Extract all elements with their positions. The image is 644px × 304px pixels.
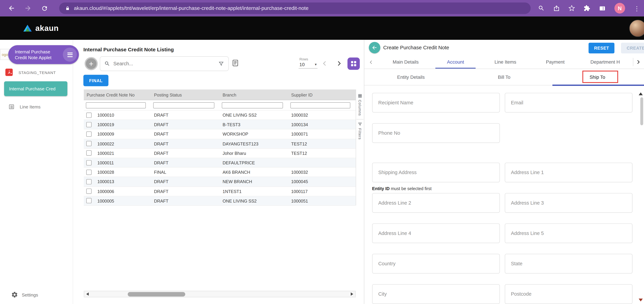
filter-input-supplier-id[interactable] [290, 102, 350, 108]
grid-view-icon[interactable] [348, 58, 360, 70]
scroll-left-icon[interactable] [86, 292, 89, 296]
hamburger-menu-icon[interactable] [63, 48, 77, 62]
table-row[interactable]: 1000019 DRAFT B-TEST3 1000134 [84, 120, 356, 130]
postcode-input[interactable] [505, 284, 632, 304]
table-row[interactable]: 1000021 DRAFT Johor Bharu TEST12 [84, 148, 356, 158]
table-row[interactable]: 1000022 DRAFT DAYANGTEST123 TEST12 [84, 139, 356, 149]
subtab-bill-to[interactable]: Bill To [458, 69, 551, 85]
bookmark-star-icon[interactable] [568, 5, 575, 12]
share-icon[interactable] [553, 5, 560, 12]
row-checkbox[interactable] [86, 160, 92, 165]
recipient-name-input[interactable] [372, 93, 500, 112]
table-row[interactable]: 1000006 DRAFT 1NTEST1 1000117 [84, 187, 356, 196]
filter-funnel-icon[interactable] [218, 60, 224, 67]
tab-line-items[interactable]: Line Items [480, 56, 530, 68]
table-row[interactable]: 1000028 FINAL AK6 BRANCH 1000032 [84, 168, 356, 177]
filter-input-branch[interactable] [222, 102, 283, 108]
row-checkbox[interactable] [86, 150, 92, 156]
column-header[interactable]: Posting Status [151, 92, 220, 97]
pagination-prev-icon[interactable] [321, 60, 328, 69]
row-checkbox[interactable] [86, 179, 92, 184]
sidebar-item-settings[interactable]: Settings [11, 291, 38, 298]
table-row[interactable]: 1000010 DRAFT ONE LIVING SS2 1000032 [84, 110, 356, 120]
profile-avatar[interactable]: N [614, 3, 625, 14]
module-button-internal-purchase-credit-note[interactable]: Internal Purchase Cred [4, 81, 67, 96]
row-checkbox[interactable] [86, 112, 92, 118]
sidebar-item-line-items[interactable]: Line Items [8, 104, 40, 110]
table-row[interactable]: 1000011 DRAFT DEFAULTPRICE [84, 158, 356, 168]
zoom-icon[interactable] [538, 5, 545, 12]
table-row[interactable]: 1000009 DRAFT WORKSHOP 1000071 [84, 130, 356, 139]
tabs-scroll-left-icon[interactable] [368, 59, 374, 66]
side-panel-icon[interactable] [599, 5, 606, 12]
row-checkbox[interactable] [86, 141, 92, 146]
horizontal-scrollbar[interactable] [84, 291, 356, 297]
filters-funnel-icon [358, 122, 362, 126]
filter-input-posting-status[interactable] [153, 102, 214, 108]
browser-back-icon[interactable] [7, 3, 16, 13]
country-input[interactable] [372, 254, 500, 273]
vertical-scrollbar-thumb[interactable] [640, 97, 643, 125]
state-input[interactable] [505, 254, 632, 273]
final-filter-button[interactable]: FINAL [84, 75, 108, 86]
row-checkbox[interactable] [86, 198, 92, 204]
address-line-3-input[interactable] [505, 194, 632, 212]
scroll-down-icon[interactable] [639, 298, 643, 302]
table-row[interactable]: 1000005 DRAFT ONE LIVING SS2 1000051 [84, 196, 356, 206]
copy-list-icon[interactable] [231, 59, 240, 68]
search-input[interactable] [114, 61, 218, 67]
scroll-right-icon[interactable] [351, 292, 353, 296]
rows-per-page-select[interactable]: Rows 10 ▾ [298, 57, 318, 68]
url-bar[interactable]: akaun.cloud/#/applets/tnt/wavelet/erp/in… [59, 2, 530, 14]
pagination-next-icon[interactable] [336, 60, 342, 69]
cell-supplier: 1000134 [288, 122, 356, 127]
extensions-puzzle-icon[interactable] [584, 5, 590, 12]
lock-icon [65, 6, 70, 11]
browser-reload-icon[interactable] [40, 3, 49, 13]
column-header[interactable]: Branch [220, 92, 288, 97]
cell-supplier: 1000051 [288, 198, 356, 203]
side-tab-filters[interactable]: Filters [358, 128, 362, 140]
column-header[interactable]: Purchase Credit Note No [84, 92, 151, 97]
rows-value: 10 [300, 62, 305, 67]
tabs-scroll-right-icon[interactable] [635, 59, 641, 66]
browser-menu-icon[interactable]: ⋮ [634, 5, 640, 11]
tab-payment[interactable]: Payment [530, 56, 580, 68]
table-row[interactable]: 1000013 DRAFT NEW BRANCH 1000045 [84, 177, 356, 187]
field-recipient-name [372, 93, 500, 112]
row-checkbox[interactable] [86, 122, 92, 127]
shipping-address-input[interactable] [372, 163, 500, 182]
address-line-1-input[interactable] [505, 163, 632, 182]
address-line-4-input[interactable] [372, 224, 500, 243]
applet-badge[interactable]: Internal Purchase Credit Note Applet [8, 45, 79, 64]
tenant-selector[interactable]: STAGING_TENANT [5, 68, 56, 76]
row-checkbox[interactable] [86, 170, 92, 175]
row-checkbox[interactable] [86, 188, 92, 194]
field-address-line-4 [372, 223, 500, 243]
column-header[interactable]: Supplier ID [288, 92, 356, 97]
scroll-up-icon[interactable] [639, 92, 643, 95]
side-tab-columns[interactable]: Columns [358, 100, 362, 116]
browser-forward-icon[interactable] [23, 3, 33, 13]
scrollbar-thumb[interactable] [128, 292, 185, 296]
create-button[interactable]: CREATE [621, 43, 644, 54]
subtab-entity-details[interactable]: Entity Details [364, 69, 458, 85]
address-line-2-input[interactable] [372, 194, 500, 212]
phone-no-input[interactable] [372, 124, 500, 142]
field-country [372, 254, 500, 274]
back-button[interactable] [369, 42, 380, 53]
tab-department-header[interactable]: Department H [580, 56, 630, 68]
entity-id-helper-text: Entity ID must be selected first [372, 186, 432, 191]
add-record-button[interactable]: + [84, 57, 98, 70]
user-avatar[interactable] [629, 20, 644, 37]
city-input[interactable] [372, 284, 500, 304]
row-checkbox[interactable] [86, 132, 92, 137]
subtab-ship-to[interactable]: Ship To [551, 69, 644, 85]
filter-input-credit-note-no[interactable] [86, 102, 146, 108]
listing-panel: Internal Purchase Credit Note Listing + … [73, 40, 364, 304]
reset-button[interactable]: RESET [589, 43, 614, 54]
tab-account[interactable]: Account [430, 56, 480, 68]
tab-main-details[interactable]: Main Details [381, 56, 430, 68]
email-input[interactable] [505, 93, 632, 112]
address-line-5-input[interactable] [505, 224, 632, 243]
